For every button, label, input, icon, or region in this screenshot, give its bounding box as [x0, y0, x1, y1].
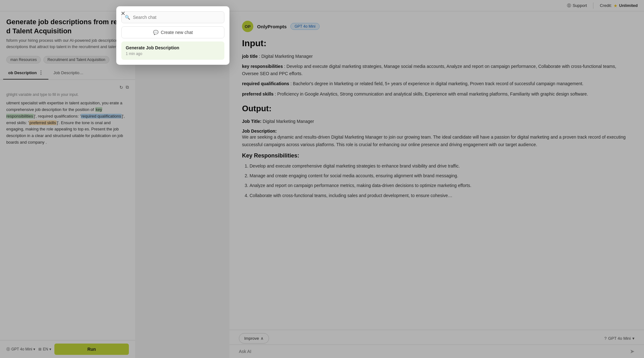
- search-icon: 🔍: [125, 15, 130, 20]
- chat-item-time: 1 min ago: [126, 52, 220, 56]
- chat-modal: ✕ 🔍 💬 Create new chat Generate Job Descr…: [116, 6, 229, 65]
- search-wrapper: 🔍: [121, 11, 224, 23]
- search-chat-input[interactable]: [121, 11, 224, 23]
- modal-close-button[interactable]: ✕: [121, 10, 125, 17]
- chat-item-title: Generate Job Description: [126, 45, 220, 50]
- chat-list-item[interactable]: Generate Job Description 1 min ago: [121, 41, 224, 60]
- modal-overlay[interactable]: [0, 0, 644, 358]
- create-new-chat-button[interactable]: 💬 Create new chat: [121, 26, 224, 38]
- create-new-label: Create new chat: [161, 30, 193, 35]
- modal-body: 🔍 💬 Create new chat Generate Job Descrip…: [116, 6, 229, 65]
- chat-bubble-icon: 💬: [153, 30, 158, 35]
